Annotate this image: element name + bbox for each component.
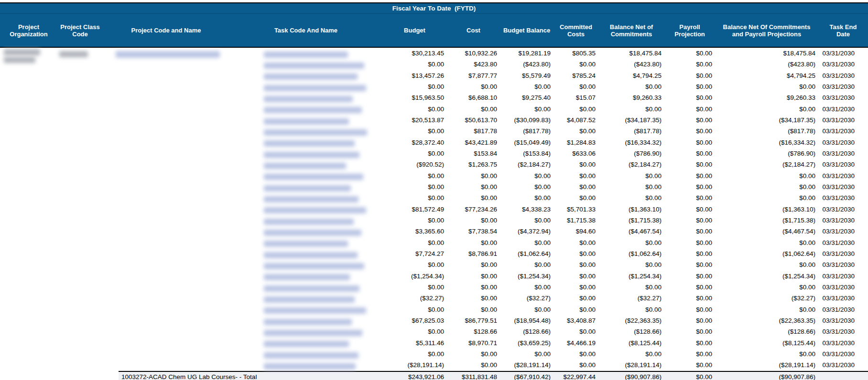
cell-project-organization <box>0 259 57 270</box>
cell-committed-costs: $805.35 <box>553 47 598 59</box>
cell-cost: $817.78 <box>447 126 500 137</box>
task-link-redacted[interactable] <box>264 129 367 136</box>
cell-budget-balance: ($18,954.48) <box>500 315 553 326</box>
task-link-redacted[interactable] <box>264 363 356 369</box>
cell-committed-costs: $0.00 <box>553 237 598 248</box>
cell-task-end-date: 03/31/2030 <box>818 338 868 348</box>
cell-budget-balance: ($128.66) <box>500 326 553 337</box>
task-link-redacted[interactable] <box>264 85 366 91</box>
cell-project-code-and-name <box>103 192 229 203</box>
cell-project-class-code <box>57 338 103 348</box>
cell-payroll-projection: $0.00 <box>664 170 715 181</box>
cell-budget: $15,963.50 <box>382 92 447 103</box>
table-row: $0.00 $423.80 ($423.80) $0.00 ($423.80) … <box>0 59 868 70</box>
task-link-redacted[interactable] <box>264 263 364 269</box>
cell-balance-net-of-commitments: ($1,363.10) <box>598 204 664 215</box>
task-link-redacted[interactable] <box>264 230 361 236</box>
task-link-redacted[interactable] <box>264 140 355 147</box>
task-link-redacted[interactable] <box>264 307 366 314</box>
cell-project-class-code <box>57 348 103 359</box>
task-link-redacted[interactable] <box>264 96 353 102</box>
cell-cost: $0.00 <box>447 282 500 293</box>
cell-payroll-projection: $0.00 <box>664 259 715 270</box>
col-header-budget-balance: Budget Balance <box>500 14 553 48</box>
col-header-project-code-and-name: Project Code and Name <box>103 14 229 48</box>
cell-payroll-projection: $0.00 <box>664 326 715 337</box>
task-link-redacted[interactable] <box>264 185 351 191</box>
task-link-redacted[interactable] <box>264 196 358 202</box>
cell-committed-costs: $0.00 <box>553 348 598 359</box>
task-link-redacted[interactable] <box>264 118 349 125</box>
cell-committed-costs: $0.00 <box>553 126 598 137</box>
cell-task-end-date: 03/31/2030 <box>818 271 868 282</box>
project-link-redacted[interactable] <box>116 51 220 58</box>
cell-budget-balance: ($817.78) <box>500 126 553 137</box>
task-link-redacted[interactable] <box>264 107 362 113</box>
task-link-redacted[interactable] <box>264 152 359 158</box>
cell-project-class-code <box>57 237 103 248</box>
cell-cost: $0.00 <box>447 170 500 181</box>
table-row: ($920.52) $1,263.75 ($2,184.27) $0.00 ($… <box>0 159 868 170</box>
task-link-redacted[interactable] <box>264 330 362 336</box>
cell-task-end-date: 03/31/2030 <box>818 215 868 226</box>
cell-project-organization <box>0 282 57 293</box>
task-link-redacted[interactable] <box>264 207 366 213</box>
cell-balance-net-of-commitments: $0.00 <box>598 304 664 315</box>
task-link-redacted[interactable] <box>264 352 358 359</box>
cell-balance-net-of-commitments-and-payroll: $0.00 <box>715 81 818 92</box>
task-link-redacted[interactable] <box>264 319 352 325</box>
cell-balance-net-of-commitments: ($4,467.54) <box>598 226 664 237</box>
cell-task-code-and-name <box>229 148 382 159</box>
cell-project-class-code <box>57 192 103 203</box>
cell-project-code-and-name <box>103 348 229 359</box>
task-link-redacted[interactable] <box>264 74 358 80</box>
cell-cost: $0.00 <box>447 359 500 371</box>
cell-cost: $8,786.91 <box>447 248 500 259</box>
cell-project-code-and-name <box>103 59 229 70</box>
cell-budget-balance: $0.00 <box>500 81 553 92</box>
cell-project-class-code <box>57 326 103 337</box>
cell-balance-net-of-commitments-and-payroll: ($4,467.54) <box>715 226 818 237</box>
cell-cost: $50,613.70 <box>447 115 500 126</box>
task-link-redacted[interactable] <box>264 241 348 247</box>
task-link-redacted[interactable] <box>264 63 364 69</box>
cell-task-code-and-name <box>229 359 382 371</box>
task-link-redacted[interactable] <box>264 52 348 58</box>
cell-project-code-and-name <box>103 282 229 293</box>
cell-cost: $0.00 <box>447 104 500 115</box>
table-row: ($28,191.14) $0.00 ($28,191.14) $0.00 ($… <box>0 359 868 371</box>
cell-project-class-code <box>57 59 103 70</box>
cell-project-code-and-name <box>103 181 229 192</box>
cell-balance-net-of-commitments-and-payroll: $0.00 <box>715 181 818 192</box>
cell-project-organization <box>0 192 57 203</box>
cell-balance-net-of-commitments-and-payroll: ($28,191.14) <box>715 359 818 371</box>
cell-payroll-projection: $0.00 <box>664 181 715 192</box>
cell-project-organization <box>0 215 57 226</box>
fytd-report-table: Fiscal Year To Date (FYTD) Project Organ… <box>0 2 868 380</box>
cell-project-code-and-name <box>103 248 229 259</box>
cell-project-class-code <box>57 115 103 126</box>
cell-project-class-code <box>57 226 103 237</box>
cell-committed-costs: $0.00 <box>553 282 598 293</box>
cell-payroll-projection: $0.00 <box>664 359 715 371</box>
task-link-redacted[interactable] <box>264 341 349 347</box>
cell-budget: $67,825.03 <box>382 315 447 326</box>
cell-cost: $0.00 <box>447 237 500 248</box>
task-link-redacted[interactable] <box>264 163 346 169</box>
task-link-redacted[interactable] <box>264 174 363 180</box>
task-link-redacted[interactable] <box>264 219 354 225</box>
table-row: $0.00 $0.00 $0.00 $1,715.38 ($1,715.38) … <box>0 215 868 226</box>
task-link-redacted[interactable] <box>264 252 358 258</box>
cell-project-class-code <box>57 92 103 103</box>
task-link-redacted[interactable] <box>264 296 355 303</box>
cell-budget: $0.00 <box>382 170 447 181</box>
task-link-redacted[interactable] <box>264 285 359 292</box>
cell-task-end-date: 03/31/2030 <box>818 326 868 337</box>
cell-balance-net-of-commitments: ($34,187.35) <box>598 115 664 126</box>
cell-payroll-projection: $0.00 <box>664 81 715 92</box>
task-link-redacted[interactable] <box>264 274 350 280</box>
cell-budget-balance: $0.00 <box>500 282 553 293</box>
cell-task-end-date: 03/31/2030 <box>818 248 868 259</box>
cell-budget: $0.00 <box>382 215 447 226</box>
cell-balance-net-of-commitments-and-payroll: ($1,715.38) <box>715 215 818 226</box>
